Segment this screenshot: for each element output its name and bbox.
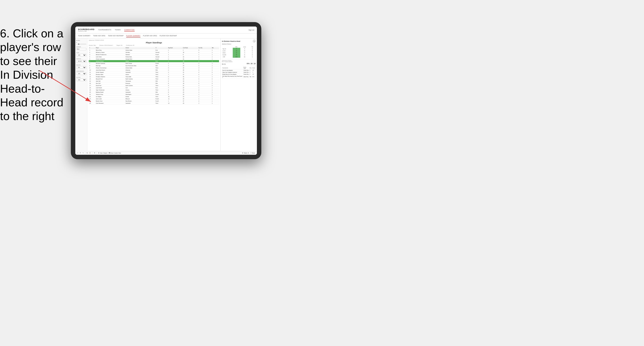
cell-player: Jacob New-Diesen: [95, 69, 125, 71]
settings-icon[interactable]: ⚙: [94, 152, 95, 154]
cell-reg: 1: [168, 65, 182, 67]
cell-win: 1: [211, 96, 219, 98]
table-row[interactable]: 6 Jackson Koivun Auburn First 1 18 0 1: [89, 60, 219, 62]
nav-teams[interactable]: TEAMS: [115, 28, 121, 31]
cell-yr: Third: [155, 89, 168, 91]
table-row[interactable]: 13 Pichaikun Maichon Texas A&M Third 6 3…: [89, 76, 219, 78]
cell-player: Preston Summerhays: [95, 67, 125, 69]
watch-btn[interactable]: 👁 Watch ▼: [242, 152, 249, 154]
tab-player-h2h-heatmap[interactable]: PLAYER H2H HEATMAP: [160, 34, 177, 37]
cell-conf: 1: [182, 49, 198, 51]
standings-filters: Gender: Men Division: NCAA Division I Re…: [89, 45, 219, 46]
table-row[interactable]: 20 Matthew Riedel Vanderbilt Fifth 8 23 …: [89, 91, 219, 93]
h2h-header-row: Win Loss Tie: [222, 46, 256, 48]
cell-reg: 8: [168, 89, 182, 91]
tournament-row: Mirabel Maui Jim Intercollegiate Stroke …: [222, 73, 256, 75]
tab-player-summary[interactable]: PLAYER SUMMARY: [126, 34, 140, 37]
no-rds-slider[interactable]: [76, 44, 86, 44]
cell-rank: 6: [89, 60, 95, 62]
conference-select[interactable]: (All): [76, 72, 86, 75]
table-row[interactable]: 10 Jacob New-Diesen Arkansas Fifth 4 25 …: [89, 69, 219, 71]
t-pos: 2: [249, 73, 252, 75]
h2h-row: 26-50 22 4 1: [222, 52, 256, 54]
tab-team-h2h-grid[interactable]: TEAM H2H GRID: [93, 34, 106, 37]
tab-team-h2h-heatmap[interactable]: TEAM H2H HEATMAP: [108, 34, 123, 37]
cell-yr: Fourth: [155, 58, 168, 60]
redo-icon[interactable]: ⟳: [80, 152, 81, 154]
cell-school: North Carolina: [125, 78, 155, 80]
cell-win: 1: [211, 51, 219, 53]
paste-icon[interactable]: 📋: [89, 152, 91, 154]
copy-icon[interactable]: ⧉: [86, 152, 88, 154]
table-header-row: # Player School Yr Reg Rank Conf Rank No…: [89, 47, 219, 49]
watch-icon: 👁: [242, 152, 244, 154]
tab-team-summary[interactable]: TEAM SUMMARY: [78, 34, 90, 37]
table-row[interactable]: 18 Luke Powell ULA First 7 24 1 1: [89, 87, 219, 89]
nav-committee[interactable]: COMMITTEE: [124, 28, 135, 31]
no-rds-section: No Rds. 6: [76, 40, 86, 44]
division-select[interactable]: NCAA Division I: [76, 60, 86, 63]
table-row[interactable]: 25 Cole Sherwood Vanderbilt Third 12 23 …: [89, 102, 219, 104]
h2h-close-button[interactable]: ⊗: [253, 40, 256, 42]
t-pos: Win: [249, 75, 252, 78]
save-custom-btn[interactable]: 💾 Save Custom View: [109, 152, 121, 154]
region-select[interactable]: N/A: [76, 66, 86, 69]
cell-rank: 18: [89, 87, 95, 89]
h2h-range: Top 10: [222, 48, 233, 50]
cell-win: 1: [211, 76, 219, 78]
cell-school: Tennessee: [125, 80, 155, 82]
cell-rank: 25: [89, 102, 95, 104]
h2h-loss: 11: [240, 56, 249, 58]
nav-tournaments[interactable]: TOURNAMENTS: [98, 28, 111, 31]
year-select[interactable]: (All): [76, 54, 86, 56]
table-row[interactable]: 1 Wenyi Ding Arizona State First 1 1 8 1: [89, 49, 219, 51]
cell-conf: 24: [182, 67, 198, 69]
table-row[interactable]: 22 Ian Gilligan Florida Third 10 24 1 1: [89, 96, 219, 98]
cell-school: Georgia Tech: [125, 58, 155, 60]
h2h-loss: 4: [240, 52, 249, 54]
table-row[interactable]: 12 Brendan Valles Auburn Third 7 27 0 1: [89, 73, 219, 76]
cell-reg: 1: [168, 51, 182, 53]
watch-chevron-icon: ▼: [248, 152, 249, 154]
table-row[interactable]: 2 Michael La Sasse Ole Miss Second 1 18 …: [89, 51, 219, 53]
cell-win: 1: [211, 91, 219, 93]
gender-section: Gender Men: [76, 46, 86, 50]
standings-area: Update time: 27/03/2024 16:56:26 Player …: [88, 38, 220, 151]
cell-reg: 5: [168, 80, 182, 82]
t-col-type: Event Type: [243, 67, 249, 69]
cell-rds: 1: [198, 87, 211, 89]
tournament-table: Tournament Event Type Pos Score Amer Ari…: [222, 67, 256, 78]
table-row[interactable]: 15 Jake Hall Tennessee Fifth 5 24 1 1: [89, 80, 219, 82]
view-original-btn[interactable]: 👁 View: Original: [98, 152, 108, 154]
table-row[interactable]: 5 Christo Lamprecht Georgia Tech Fourth …: [89, 58, 219, 60]
table-row[interactable]: 11 Gordon Sargent Vanderbilt Third 4 21 …: [89, 71, 219, 73]
table-row[interactable]: 16 Alex Goff Kentucky Fifth 8 19 0 0: [89, 82, 219, 84]
conference-filter: Conference: All: [126, 45, 134, 46]
col-yr: Yr: [155, 47, 168, 49]
table-row[interactable]: 23 Jack Lundin Missouri Fourth 11 24 1 1: [89, 98, 219, 100]
table-row[interactable]: 3 Michael Thorbjornsen Stanford Fourth 1…: [89, 53, 219, 56]
cell-win: 1: [211, 80, 219, 82]
cell-rank: 10: [89, 69, 95, 71]
cell-reg: 12: [168, 102, 182, 104]
table-row[interactable]: 19 Tiger Christensen Arizona Third 8 23 …: [89, 89, 219, 91]
table-row[interactable]: 7 Nicholas Gabrelcik North Florida Fourt…: [89, 62, 219, 65]
sign-out-link[interactable]: Sign out: [248, 29, 254, 31]
cell-reg: 1: [168, 49, 182, 51]
player-select[interactable]: (All): [76, 78, 86, 81]
cell-rank: 8: [89, 65, 95, 67]
table-row[interactable]: 21 Taehoon Song Washington Fourth 6 23 1…: [89, 93, 219, 96]
table-row[interactable]: 4 Luke Claton Florida State Second 1 22 …: [89, 56, 219, 58]
cell-school: Texas A&M: [125, 76, 155, 78]
table-row[interactable]: 14 Maxwell Ford North Carolina Third 3 2…: [89, 78, 219, 80]
table-row[interactable]: 8 Mats Ege East Tennessee State Fifth 1 …: [89, 65, 219, 67]
table-row[interactable]: 9 Preston Summerhays Arizona State Third…: [89, 67, 219, 69]
cell-yr: Third: [155, 96, 168, 98]
forward-icon[interactable]: ↪: [82, 152, 84, 154]
undo-icon[interactable]: ↩: [77, 152, 78, 154]
table-row[interactable]: 17 David Ford North Carolina Third 4 21 …: [89, 84, 219, 87]
cell-rank: 1: [89, 49, 95, 51]
share-btn[interactable]: ↗ Share: [250, 152, 255, 154]
tab-player-h2h-grid[interactable]: PLAYER H2H GRID: [143, 34, 157, 37]
table-row[interactable]: 24 Bastien Amat New Mexico Fourth 1 27 2…: [89, 100, 219, 102]
